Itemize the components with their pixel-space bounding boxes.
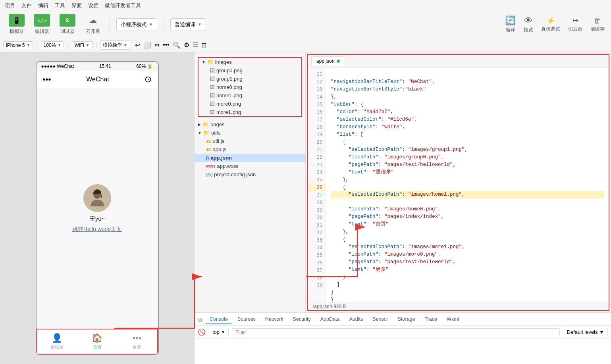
- expand-icon[interactable]: ⇔: [154, 41, 160, 49]
- device-selector[interactable]: iPhone 5 ▼: [3, 41, 33, 49]
- file-home1[interactable]: 🖼 home1.png: [199, 91, 301, 100]
- console-tab-security[interactable]: Security: [289, 315, 315, 324]
- home-label: 首页: [93, 344, 102, 350]
- file-utiljs[interactable]: JS util.js: [195, 137, 305, 145]
- console-tab-sensor[interactable]: Sensor: [368, 315, 392, 324]
- network-selector[interactable]: WiFi ▼: [72, 41, 93, 49]
- background-button[interactable]: ↦ 切后台: [568, 16, 582, 33]
- search-icon[interactable]: 🔍: [173, 41, 181, 49]
- folder-icon-pages: 📁: [202, 121, 209, 127]
- sep1: [110, 17, 110, 33]
- file-group1[interactable]: 🖼 group1.png: [199, 75, 301, 83]
- ln-15: 15: [308, 101, 326, 108]
- tab-home[interactable]: 🏠 首页: [77, 329, 117, 354]
- rotate-icon[interactable]: ↩: [135, 41, 140, 49]
- debugger-button[interactable]: ⚙ 调试器: [57, 14, 78, 35]
- compile-selector[interactable]: 普通编译 ▼: [170, 18, 206, 31]
- clear-cache-label: 清缓存: [590, 26, 605, 33]
- console-tab-trace[interactable]: Trace: [421, 315, 441, 324]
- real-debug-label: 真机调试: [541, 26, 560, 33]
- ln-23: 23: [308, 161, 326, 169]
- more-label: 更多: [133, 344, 141, 350]
- operation-selector[interactable]: 模拟操作 ▼: [100, 40, 130, 50]
- list-icon[interactable]: ☰: [193, 41, 198, 49]
- expand-icon-pages: ▶: [198, 122, 201, 127]
- menu-item-edit[interactable]: 编辑: [38, 2, 48, 9]
- console-tab-storage[interactable]: Storage: [394, 315, 419, 324]
- ln-18: 18: [308, 123, 326, 131]
- folder-utils-label: utils: [211, 130, 220, 136]
- folder-utils[interactable]: ▼ 📁 utils: [195, 129, 305, 137]
- top-panels: ▼ 📁 images 🖼 group0.png 🖼 group1.png: [195, 52, 611, 312]
- console-tabs: ⊙ Console Sources Network Security AppDa…: [195, 313, 611, 326]
- menu-item-project[interactable]: 项目: [5, 2, 15, 9]
- right-side: ▼ 📁 images 🖼 group0.png 🖼 group1.png: [195, 52, 611, 364]
- menu-item-devtools[interactable]: 微信开发者工具: [105, 2, 141, 9]
- menu-item-tools[interactable]: 工具: [55, 2, 65, 9]
- file-more0[interactable]: 🖼 more0.png: [199, 100, 301, 108]
- menu-item-interface[interactable]: 界面: [71, 2, 82, 9]
- console-tab-network[interactable]: Network: [261, 315, 287, 324]
- tab-contacts[interactable]: 👤 通信录: [37, 329, 77, 354]
- simulator-button[interactable]: 📱 模拟器: [6, 14, 27, 35]
- editor-tab-appjson[interactable]: app.json: [311, 56, 345, 65]
- compile-button[interactable]: 🔄 编译: [505, 15, 516, 33]
- clear-console-icon[interactable]: 🚫: [198, 328, 206, 336]
- top-selector[interactable]: top ▼: [209, 328, 229, 336]
- folder-pages[interactable]: ▶ 📁 pages: [195, 120, 305, 129]
- cloud-icon: ☁: [85, 14, 101, 27]
- zoom-value: 100%: [44, 42, 56, 48]
- nav-record-icon[interactable]: ⊙: [145, 74, 152, 85]
- menu-bar: 项目 文件 编辑 工具 界面 设置 微信开发者工具: [0, 0, 611, 11]
- cloud-button[interactable]: ☁ 云开发: [83, 14, 103, 35]
- clear-cache-button[interactable]: 🗑 清缓存: [590, 17, 605, 33]
- device-arrow-icon: ▼: [26, 43, 30, 47]
- real-debug-button[interactable]: ⚡ 真机调试: [541, 16, 560, 33]
- zoom-selector[interactable]: 100% ▼: [41, 41, 64, 49]
- phone-link[interactable]: 跳转Hello world页面: [72, 226, 122, 233]
- simulator-label: 模拟器: [10, 28, 24, 35]
- filter-input[interactable]: [232, 328, 560, 336]
- dev-sep1: |: [36, 42, 37, 48]
- file-home0[interactable]: 🖼 home0.png: [199, 83, 301, 91]
- tab-status-dot: [337, 60, 340, 63]
- layout-icon[interactable]: ⊡: [201, 41, 206, 49]
- ln-11: 11: [308, 71, 326, 78]
- editor-button[interactable]: </> 编辑器: [32, 14, 52, 35]
- folder-images[interactable]: ▼ 📁 images: [199, 58, 301, 66]
- toolbar-right: 🔄 编译 👁 预览 ⚡ 真机调试 ↦ 切后台 🗑 清缓存: [505, 15, 605, 33]
- editor-panel: app.json 11 12 13 14 15 16 17 18: [307, 54, 609, 311]
- file-appjs[interactable]: JS app.js: [195, 145, 305, 154]
- settings-icon[interactable]: ⚙: [184, 41, 189, 49]
- file-projectconfig[interactable]: {◎} project.config.json: [195, 170, 305, 179]
- ln-12: 12: [308, 78, 326, 86]
- file-more1[interactable]: 🖼 more1.png: [199, 108, 301, 116]
- editor-footer-text: /app.json 920 B: [313, 304, 346, 309]
- avatar: [83, 184, 111, 212]
- editor-footer: /app.json 920 B: [308, 302, 609, 310]
- ln-30: 30: [308, 214, 326, 221]
- nav-more-icon[interactable]: •••: [43, 75, 51, 84]
- preview-button[interactable]: 👁 预览: [524, 15, 533, 33]
- menu-item-file[interactable]: 文件: [21, 2, 32, 9]
- console-tab-audits[interactable]: Audits: [345, 315, 367, 324]
- file-appjson[interactable]: {} app.json: [195, 154, 305, 162]
- dev-sep2: |: [67, 42, 68, 48]
- file-appwxss[interactable]: wxss app.wxss: [195, 162, 305, 170]
- console-tab-appdata[interactable]: AppData: [316, 315, 344, 324]
- levels-selector[interactable]: Default levels ▼: [563, 328, 608, 336]
- screen-icon[interactable]: ⬜: [143, 41, 151, 49]
- console-tab-sources[interactable]: Sources: [233, 315, 260, 324]
- menu-item-settings[interactable]: 设置: [88, 2, 98, 9]
- console-tab-wxml[interactable]: Wxml: [443, 315, 463, 324]
- more-icon[interactable]: •••: [163, 41, 170, 49]
- code-content[interactable]: "navigationBarTitleText": "WeChat", "nav…: [326, 67, 609, 302]
- tab-more[interactable]: ••• 更多: [117, 329, 157, 354]
- phone-body: 王yu~ 跳转Hello world页面: [37, 88, 158, 329]
- contacts-icon: 👤: [52, 333, 62, 343]
- phone-tabbar: 👤 通信录 🏠 首页 ••• 更多: [37, 329, 158, 354]
- file-group0[interactable]: 🖼 group0.png: [199, 66, 301, 75]
- time-display: 15:41: [99, 64, 111, 69]
- console-tab-console[interactable]: Console: [206, 315, 232, 324]
- mode-selector[interactable]: 小程序模式 ▼: [116, 18, 157, 31]
